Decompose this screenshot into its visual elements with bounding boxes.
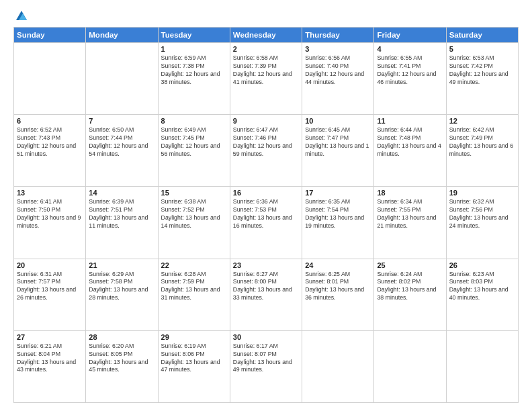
day-number: 15 [161, 189, 227, 197]
day-info: Sunrise: 6:32 AM Sunset: 7:56 PM Dayligh… [449, 198, 515, 230]
weekday-header-tuesday: Tuesday [158, 28, 230, 43]
day-number: 3 [305, 45, 371, 53]
day-number: 30 [233, 333, 299, 341]
day-info: Sunrise: 6:56 AM Sunset: 7:40 PM Dayligh… [305, 54, 371, 87]
weekday-header-friday: Friday [374, 28, 446, 43]
calendar-cell: 4Sunrise: 6:55 AM Sunset: 7:41 PM Daylig… [374, 43, 446, 115]
day-info: Sunrise: 6:38 AM Sunset: 7:52 PM Dayligh… [161, 198, 227, 230]
day-info: Sunrise: 6:47 AM Sunset: 7:46 PM Dayligh… [233, 126, 299, 158]
day-info: Sunrise: 6:27 AM Sunset: 8:00 PM Dayligh… [233, 271, 299, 303]
day-info: Sunrise: 6:25 AM Sunset: 8:01 PM Dayligh… [305, 271, 371, 303]
day-info: Sunrise: 6:24 AM Sunset: 8:02 PM Dayligh… [377, 271, 443, 303]
calendar-cell [86, 43, 158, 115]
day-info: Sunrise: 6:44 AM Sunset: 7:48 PM Dayligh… [377, 126, 443, 158]
day-number: 27 [17, 333, 83, 341]
day-info: Sunrise: 6:28 AM Sunset: 7:59 PM Dayligh… [161, 271, 227, 303]
calendar-cell: 18Sunrise: 6:34 AM Sunset: 7:55 PM Dayli… [374, 187, 446, 259]
calendar-cell: 26Sunrise: 6:23 AM Sunset: 8:03 PM Dayli… [446, 259, 518, 330]
day-number: 6 [17, 117, 83, 125]
weekday-header-monday: Monday [86, 28, 158, 43]
day-number: 13 [17, 189, 83, 197]
day-info: Sunrise: 6:58 AM Sunset: 7:39 PM Dayligh… [233, 54, 299, 87]
day-info: Sunrise: 6:45 AM Sunset: 7:47 PM Dayligh… [305, 126, 371, 158]
day-number: 21 [89, 261, 154, 269]
page: SundayMondayTuesdayWednesdayThursdayFrid… [0, 0, 532, 411]
day-number: 25 [377, 261, 443, 269]
day-number: 16 [233, 189, 299, 197]
calendar-cell: 29Sunrise: 6:19 AM Sunset: 8:06 PM Dayli… [158, 330, 230, 402]
day-number: 8 [161, 117, 227, 125]
logo [13, 12, 28, 19]
day-number: 1 [161, 45, 227, 53]
day-number: 23 [233, 261, 299, 269]
day-number: 20 [17, 261, 83, 269]
day-number: 17 [305, 189, 371, 197]
calendar-cell: 19Sunrise: 6:32 AM Sunset: 7:56 PM Dayli… [446, 187, 518, 259]
day-number: 10 [305, 117, 371, 125]
calendar-cell [374, 330, 446, 402]
day-number: 24 [305, 261, 371, 269]
calendar-cell: 8Sunrise: 6:49 AM Sunset: 7:45 PM Daylig… [158, 115, 230, 187]
calendar-cell: 22Sunrise: 6:28 AM Sunset: 7:59 PM Dayli… [158, 259, 230, 330]
calendar-cell: 25Sunrise: 6:24 AM Sunset: 8:02 PM Dayli… [374, 259, 446, 330]
day-number: 7 [89, 117, 154, 125]
weekday-header-thursday: Thursday [302, 28, 374, 43]
calendar-cell: 16Sunrise: 6:36 AM Sunset: 7:53 PM Dayli… [230, 187, 302, 259]
day-number: 4 [377, 45, 443, 53]
day-number: 19 [449, 189, 515, 197]
day-info: Sunrise: 6:20 AM Sunset: 8:05 PM Dayligh… [89, 342, 154, 375]
calendar-week-4: 20Sunrise: 6:31 AM Sunset: 7:57 PM Dayli… [14, 259, 519, 330]
calendar-cell: 28Sunrise: 6:20 AM Sunset: 8:05 PM Dayli… [86, 330, 158, 402]
calendar-cell: 24Sunrise: 6:25 AM Sunset: 8:01 PM Dayli… [302, 259, 374, 330]
calendar-cell: 7Sunrise: 6:50 AM Sunset: 7:44 PM Daylig… [86, 115, 158, 187]
logo-icon [15, 9, 28, 23]
calendar-cell: 21Sunrise: 6:29 AM Sunset: 7:58 PM Dayli… [86, 259, 158, 330]
day-info: Sunrise: 6:21 AM Sunset: 8:04 PM Dayligh… [17, 342, 83, 375]
weekday-header-saturday: Saturday [446, 28, 518, 43]
day-info: Sunrise: 6:23 AM Sunset: 8:03 PM Dayligh… [449, 271, 515, 303]
calendar-cell: 15Sunrise: 6:38 AM Sunset: 7:52 PM Dayli… [158, 187, 230, 259]
day-number: 14 [89, 189, 154, 197]
day-number: 9 [233, 117, 299, 125]
day-info: Sunrise: 6:52 AM Sunset: 7:43 PM Dayligh… [17, 126, 83, 158]
header [13, 12, 519, 19]
day-number: 2 [233, 45, 299, 53]
day-number: 22 [161, 261, 227, 269]
calendar-cell: 10Sunrise: 6:45 AM Sunset: 7:47 PM Dayli… [302, 115, 374, 187]
day-info: Sunrise: 6:53 AM Sunset: 7:42 PM Dayligh… [449, 54, 515, 87]
calendar-cell: 6Sunrise: 6:52 AM Sunset: 7:43 PM Daylig… [14, 115, 86, 187]
calendar-cell: 5Sunrise: 6:53 AM Sunset: 7:42 PM Daylig… [446, 43, 518, 115]
day-info: Sunrise: 6:41 AM Sunset: 7:50 PM Dayligh… [17, 198, 83, 230]
calendar-week-3: 13Sunrise: 6:41 AM Sunset: 7:50 PM Dayli… [14, 187, 519, 259]
day-info: Sunrise: 6:19 AM Sunset: 8:06 PM Dayligh… [161, 342, 227, 375]
day-info: Sunrise: 6:31 AM Sunset: 7:57 PM Dayligh… [17, 271, 83, 303]
calendar-cell: 20Sunrise: 6:31 AM Sunset: 7:57 PM Dayli… [14, 259, 86, 330]
calendar-week-1: 1Sunrise: 6:59 AM Sunset: 7:38 PM Daylig… [14, 43, 519, 115]
calendar-table: SundayMondayTuesdayWednesdayThursdayFrid… [13, 27, 519, 403]
calendar-cell: 2Sunrise: 6:58 AM Sunset: 7:39 PM Daylig… [230, 43, 302, 115]
day-number: 29 [161, 333, 227, 341]
weekday-header-sunday: Sunday [14, 28, 86, 43]
calendar-cell: 14Sunrise: 6:39 AM Sunset: 7:51 PM Dayli… [86, 187, 158, 259]
calendar-cell: 3Sunrise: 6:56 AM Sunset: 7:40 PM Daylig… [302, 43, 374, 115]
day-info: Sunrise: 6:42 AM Sunset: 7:49 PM Dayligh… [449, 126, 515, 158]
weekday-header-wednesday: Wednesday [230, 28, 302, 43]
day-number: 5 [449, 45, 515, 53]
day-number: 26 [449, 261, 515, 269]
calendar-cell: 30Sunrise: 6:17 AM Sunset: 8:07 PM Dayli… [230, 330, 302, 402]
calendar-week-2: 6Sunrise: 6:52 AM Sunset: 7:43 PM Daylig… [14, 115, 519, 187]
calendar-cell [14, 43, 86, 115]
calendar-cell [302, 330, 374, 402]
calendar-week-5: 27Sunrise: 6:21 AM Sunset: 8:04 PM Dayli… [14, 330, 519, 402]
calendar-cell: 9Sunrise: 6:47 AM Sunset: 7:46 PM Daylig… [230, 115, 302, 187]
day-info: Sunrise: 6:17 AM Sunset: 8:07 PM Dayligh… [233, 342, 299, 375]
calendar-cell: 11Sunrise: 6:44 AM Sunset: 7:48 PM Dayli… [374, 115, 446, 187]
day-info: Sunrise: 6:39 AM Sunset: 7:51 PM Dayligh… [89, 198, 154, 230]
calendar-cell [446, 330, 518, 402]
day-info: Sunrise: 6:36 AM Sunset: 7:53 PM Dayligh… [233, 198, 299, 230]
day-info: Sunrise: 6:34 AM Sunset: 7:55 PM Dayligh… [377, 198, 443, 230]
calendar-cell: 23Sunrise: 6:27 AM Sunset: 8:00 PM Dayli… [230, 259, 302, 330]
day-info: Sunrise: 6:50 AM Sunset: 7:44 PM Dayligh… [89, 126, 154, 158]
calendar-cell: 27Sunrise: 6:21 AM Sunset: 8:04 PM Dayli… [14, 330, 86, 402]
day-number: 28 [89, 333, 154, 341]
